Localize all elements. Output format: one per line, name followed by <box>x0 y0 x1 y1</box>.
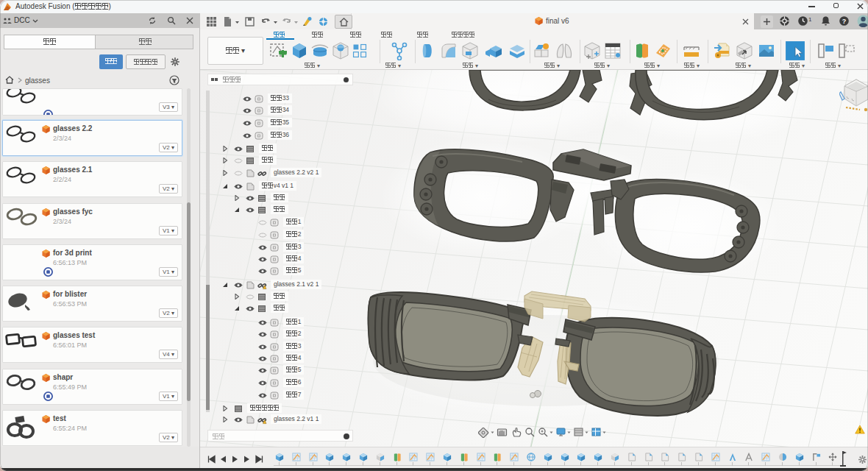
svg-text:?: ? <box>842 18 847 25</box>
